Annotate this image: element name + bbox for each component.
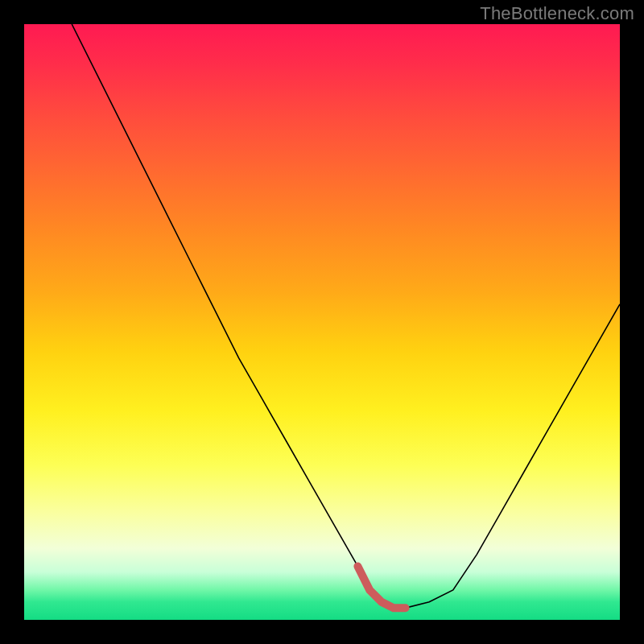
- chart-frame: TheBottleneck.com: [0, 0, 644, 644]
- watermark-text: TheBottleneck.com: [480, 3, 634, 24]
- bottleneck-curve: [24, 24, 620, 620]
- curve-highlight: [357, 566, 405, 608]
- curve-path: [72, 24, 620, 608]
- plot-area: [24, 24, 620, 620]
